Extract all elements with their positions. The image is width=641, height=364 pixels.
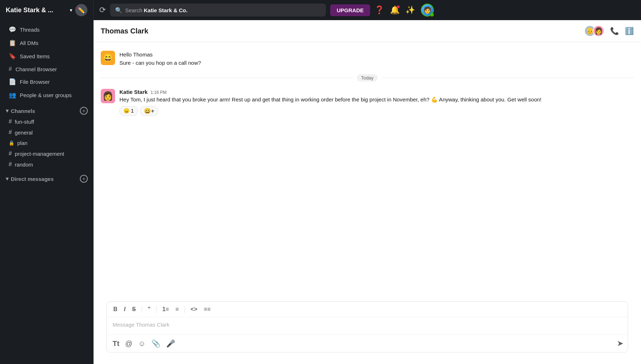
sidebar-item-label: Saved Items — [20, 53, 50, 59]
toolbar-separator-3 — [185, 306, 185, 313]
add-reaction-icon: 😄+ — [144, 108, 154, 114]
channels-collapse-icon: ▾ — [6, 108, 9, 114]
hash-icon: # — [9, 150, 12, 157]
text-format-button[interactable]: Tt — [111, 338, 121, 349]
send-button[interactable]: ➤ — [617, 339, 623, 348]
date-divider: Today — [101, 74, 634, 82]
participants-avatars: 👴 👩 — [584, 25, 604, 37]
send-icon: ➤ — [617, 339, 623, 348]
sidebar-item-file-browser[interactable]: 📄 File Browser — [3, 76, 91, 88]
sidebar-item-people-groups[interactable]: 👥 People & user groups — [3, 89, 91, 101]
message-body: Hey Tom, I just heard that you broke you… — [119, 96, 634, 104]
input-wrapper: B I S " 1≡ ≡ <> ≡≡ Message Thomas Clark — [94, 301, 641, 364]
audio-button[interactable]: 🎤 — [165, 338, 177, 349]
channel-random[interactable]: # random — [3, 159, 91, 169]
topbar-main: ⟳ 🔍 Search Katie Stark & Co. UPGRADE ❓ 🔔… — [94, 4, 641, 17]
sidebar-item-label: People & user groups — [20, 92, 72, 98]
help-button[interactable]: ❓ — [374, 5, 384, 15]
upgrade-button[interactable]: UPGRADE — [330, 4, 370, 16]
question-mark-icon: ❓ — [374, 5, 384, 15]
emoji-button[interactable]: ☺ — [137, 338, 147, 349]
notification-dot — [397, 5, 400, 8]
channel-name: general — [15, 129, 33, 136]
sparkle-button[interactable]: ✨ — [405, 5, 415, 15]
blockquote-button[interactable]: " — [146, 305, 153, 314]
code-block-button[interactable]: ≡≡ — [202, 305, 213, 314]
sidebar-item-channel-browser[interactable]: # Channel Browser — [3, 63, 91, 75]
sidebar-item-label: Channel Browser — [15, 66, 57, 72]
participant-avatar-2: 👩 — [593, 25, 604, 37]
strikethrough-button[interactable]: S — [130, 305, 138, 314]
add-reaction-button[interactable]: 😄+ — [140, 106, 158, 116]
info-button[interactable]: ℹ️ — [625, 27, 634, 35]
dm-section-header[interactable]: ▾ Direct messages ＋ — [0, 171, 94, 184]
call-button[interactable]: 📞 — [610, 27, 619, 35]
channel-name: random — [15, 161, 33, 168]
bold-button[interactable]: B — [111, 305, 120, 314]
info-icon: ℹ️ — [625, 27, 634, 35]
input-bottom-bar: Tt @ ☺ 📎 🎤 ➤ — [107, 335, 628, 352]
hash-icon: # — [9, 66, 12, 72]
input-placeholder: Message Thomas Clark — [113, 322, 169, 328]
sidebar-item-saved-items[interactable]: 🔖 Saved Items — [3, 50, 91, 63]
unordered-list-button[interactable]: ≡ — [173, 305, 181, 314]
dm-section-label: Direct messages — [11, 176, 80, 182]
message-time: 1:16 PM — [150, 90, 167, 95]
message-text-hello: Hello Thomas — [119, 51, 634, 59]
sidebar-item-label: All DMs — [20, 40, 38, 46]
channel-name: project-management — [15, 151, 64, 157]
reaction-angry[interactable]: 😠 1 — [119, 106, 138, 116]
divider-line-left — [101, 78, 353, 78]
date-divider-text: Today — [357, 74, 378, 82]
attachment-button[interactable]: 📎 — [150, 338, 162, 349]
message-group-2: 👩 Katie Stark 1:16 PM Hey Tom, I just he… — [94, 87, 641, 117]
message-header-2: Katie Stark 1:16 PM — [119, 89, 634, 95]
mention-button[interactable]: @ — [124, 338, 134, 349]
chat-messages: 😄 Hello Thomas Sure - can you hop on a c… — [94, 42, 641, 301]
main-layout: 💬 Threads 📋 All DMs 🔖 Saved Items # Chan… — [0, 20, 641, 364]
sidebar-item-all-dms[interactable]: 📋 All DMs — [3, 37, 91, 49]
sidebar-item-threads[interactable]: 💬 Threads — [3, 23, 91, 36]
dm-collapse-icon: ▾ — [6, 176, 9, 182]
chat-header-right: 👴 👩 📞 ℹ️ — [584, 25, 634, 37]
ordered-list-button[interactable]: 1≡ — [160, 305, 171, 314]
channel-name: plan — [17, 140, 27, 146]
reaction-emoji: 😠 — [123, 108, 129, 114]
edit-workspace-button[interactable]: ✏️ — [75, 4, 87, 16]
channel-plan[interactable]: 🔒 plan — [3, 138, 91, 148]
hash-icon: # — [9, 161, 12, 168]
message-input[interactable]: Message Thomas Clark — [107, 317, 628, 335]
chevron-down-icon: ▾ — [70, 7, 72, 13]
toolbar-separator-2 — [156, 306, 156, 313]
code-button[interactable]: <> — [188, 305, 200, 314]
message-input-area: B I S " 1≡ ≡ <> ≡≡ Message Thomas Clark — [106, 301, 628, 352]
threads-icon: 💬 — [9, 26, 16, 33]
history-icon: ⟳ — [99, 5, 106, 15]
message-sender: Katie Stark — [119, 89, 147, 95]
channel-fun-stuff[interactable]: # fun-stuff — [3, 117, 91, 127]
reaction-count: 1 — [131, 108, 134, 114]
history-button[interactable]: ⟳ — [99, 5, 106, 15]
channels-section-header[interactable]: ▾ Channels ＋ — [0, 103, 94, 116]
add-channel-button[interactable]: ＋ — [80, 107, 88, 115]
sparkle-icon: ✨ — [405, 5, 415, 15]
hash-icon: # — [9, 118, 12, 125]
input-toolbar: B I S " 1≡ ≡ <> ≡≡ — [107, 302, 628, 317]
add-dm-button[interactable]: ＋ — [80, 175, 88, 183]
italic-button[interactable]: I — [122, 305, 128, 314]
search-text: Search Katie Stark & Co. — [125, 7, 187, 13]
file-icon: 📄 — [9, 78, 16, 86]
channels-section-label: Channels — [11, 108, 80, 114]
notifications-button[interactable]: 🔔 — [390, 5, 400, 15]
user-avatar-container: 🧑 — [421, 4, 434, 17]
chat-title: Thomas Clark — [101, 27, 148, 35]
workspace-header: Katie Stark & ... ▾ ✏️ — [0, 0, 94, 20]
search-bar[interactable]: 🔍 Search Katie Stark & Co. — [110, 4, 326, 17]
message-content-2: Katie Stark 1:16 PM Hey Tom, I just hear… — [119, 89, 634, 116]
search-icon: 🔍 — [115, 7, 122, 14]
online-dot — [430, 13, 434, 17]
channel-project-management[interactable]: # project-management — [3, 149, 91, 159]
channel-general[interactable]: # general — [3, 127, 91, 137]
chat-header: Thomas Clark 👴 👩 📞 ℹ️ — [94, 20, 641, 42]
message-text-call: Sure - can you hop on a call now? — [119, 59, 634, 67]
